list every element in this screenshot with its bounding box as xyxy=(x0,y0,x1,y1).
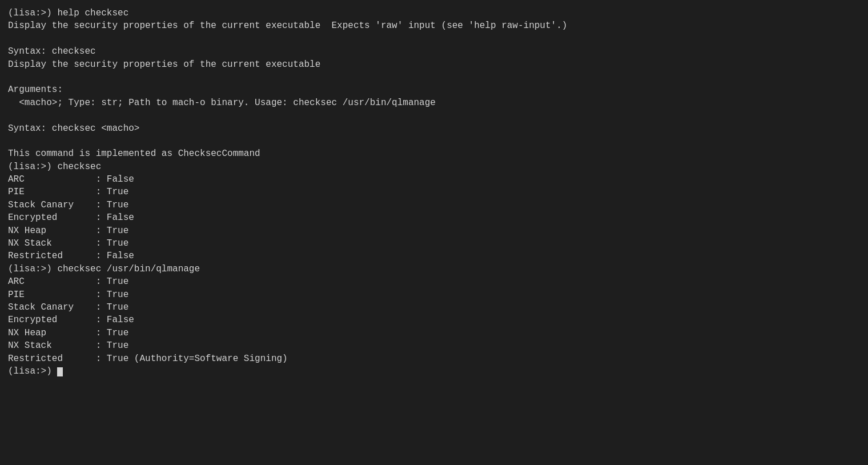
terminal-output-line: Display the security properties of the c… xyxy=(8,19,860,32)
terminal-prompt-line: (lisa:>) checksec xyxy=(8,161,860,173)
terminal-output-line: Encrypted : False xyxy=(8,314,860,326)
terminal-prompt-line: (lisa:>) checksec /usr/bin/qlmanage xyxy=(8,263,860,275)
terminal-output-line: Encrypted : False xyxy=(8,211,860,224)
empty-line xyxy=(8,33,860,45)
terminal-output: (lisa:>) help checksecDisplay the securi… xyxy=(8,7,860,378)
terminal-output-line: ARC : True xyxy=(8,275,860,288)
terminal-output-line: NX Heap : True xyxy=(8,327,860,339)
prompt-text: (lisa:>) xyxy=(8,366,57,376)
terminal-output-line: NX Heap : True xyxy=(8,225,860,237)
terminal-output-line: <macho>; Type: str; Path to mach-o binar… xyxy=(8,97,860,109)
cursor-block xyxy=(57,367,63,376)
empty-line xyxy=(8,135,860,147)
terminal-output-line: Restricted : True (Authority=Software Si… xyxy=(8,352,860,365)
terminal-output-line: Arguments: xyxy=(8,83,860,96)
terminal-output-line: Stack Canary : True xyxy=(8,301,860,314)
terminal-output-line: PIE : True xyxy=(8,186,860,198)
terminal-output-line: This command is implemented as ChecksecC… xyxy=(8,147,860,160)
terminal-cursor-line[interactable]: (lisa:>) xyxy=(8,365,860,378)
terminal-output-line: NX Stack : True xyxy=(8,339,860,352)
terminal-output-line: Stack Canary : True xyxy=(8,199,860,211)
terminal-output-line: ARC : False xyxy=(8,173,860,186)
terminal-prompt-line: (lisa:>) help checksec xyxy=(8,7,860,19)
terminal-output-line: NX Stack : True xyxy=(8,237,860,250)
terminal-output-line: Restricted : False xyxy=(8,250,860,262)
empty-line xyxy=(8,71,860,83)
terminal-output-line: Syntax: checksec xyxy=(8,45,860,58)
terminal-output-line: Display the security properties of the c… xyxy=(8,58,860,71)
empty-line xyxy=(8,109,860,122)
terminal-output-line: Syntax: checksec <macho> xyxy=(8,122,860,135)
terminal-output-line: PIE : True xyxy=(8,288,860,301)
